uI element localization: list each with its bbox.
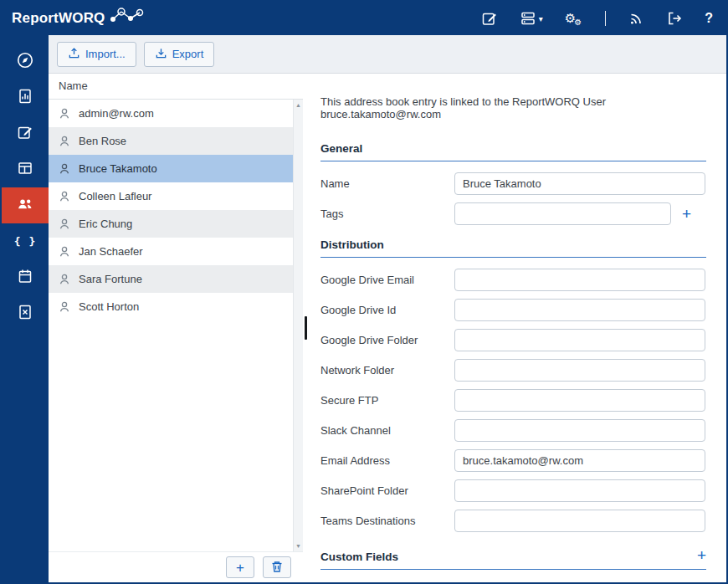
tags-input[interactable] [454,202,671,225]
field-row: Secure FTP [320,385,706,415]
users-icon [16,195,34,217]
teams-destinations-label: Teams Destinations [320,515,454,527]
google-drive-folder-input[interactable] [454,329,705,351]
scroll-down-icon[interactable]: ▼ [295,543,301,549]
distribution-fields: Google Drive Email Google Drive Id Googl… [320,264,706,535]
trash-icon [270,560,284,576]
google-drive-folder-label: Google Drive Folder [320,334,454,346]
export-button[interactable]: Export [144,42,215,67]
custom-fields-section-header: Custom Fields + [320,547,706,570]
list-item[interactable]: Ben Rose [49,127,293,155]
import-button-label: Import... [85,48,126,60]
import-button[interactable]: Import... [57,42,136,67]
list-item[interactable]: Colleen Lafleur [49,182,293,210]
person-icon [58,300,71,314]
sidebar-item-schedule[interactable] [2,259,49,295]
logo-molecule-icon [108,6,146,31]
panel-splitter[interactable] [303,74,309,582]
app-logo-text: ReportWORQ [12,10,105,27]
person-icon [58,190,71,203]
add-custom-field-button[interactable]: + [697,547,706,563]
slack-channel-label: Slack Channel [320,424,454,437]
distribution-section-title: Distribution [320,238,384,251]
splitter-handle[interactable] [305,316,307,340]
list-item[interactable]: Eric Chung [49,210,293,238]
sidebar-item-editor[interactable] [2,115,49,151]
tags-field-label: Tags [320,207,454,220]
network-folder-label: Network Folder [320,364,454,377]
field-row: Google Drive Folder [320,325,706,355]
teams-destinations-input[interactable] [454,510,705,532]
compose-icon [17,124,33,144]
sharepoint-folder-label: SharePoint Folder [320,484,454,497]
topbar-divider [605,11,606,26]
sidebar-item-files[interactable] [2,295,49,331]
report-document-icon [17,88,33,108]
list-item[interactable]: Jan Schaefer [49,238,293,265]
sidebar-item-reports[interactable] [2,79,49,115]
compass-icon [16,51,34,73]
field-row: Google Drive Email [320,264,706,295]
person-icon [58,218,71,231]
google-drive-email-label: Google Drive Email [320,274,454,286]
email-address-input[interactable] [454,449,705,472]
settings-gears-icon[interactable]: ⚙ ⚙ [565,11,583,26]
help-icon[interactable]: ? [705,11,713,26]
add-entry-button[interactable]: + [226,556,254,578]
person-icon [58,135,71,148]
list-item-label: Sara Fortune [79,273,142,285]
scroll-up-icon[interactable]: ▲ [295,102,301,108]
person-icon [58,273,71,286]
view-selector-icon[interactable]: ▾ [520,10,543,27]
list-item[interactable]: Scott Horton [49,293,293,320]
slack-channel-input[interactable] [454,419,705,442]
general-section-title: General [320,142,362,155]
sharepoint-folder-input[interactable] [454,479,705,502]
general-section-header: General [320,142,706,161]
network-folder-input[interactable] [454,359,705,382]
person-icon [58,107,71,120]
list-item-selected[interactable]: Bruce Takamoto [49,155,293,182]
secure-ftp-label: Secure FTP [320,394,454,407]
list-item[interactable]: admin@rw.com [49,100,293,127]
field-row: Network Folder [320,355,706,385]
google-drive-id-label: Google Drive Id [320,304,454,316]
sidebar-item-dashboard[interactable] [2,44,49,79]
list-item[interactable]: Sara Fortune [49,265,293,293]
person-icon [58,245,71,259]
braces-icon: { } [14,235,36,248]
topbar-actions: ▾ ⚙ ⚙ ? [481,10,713,27]
field-row: Name [320,168,706,198]
file-x-icon [17,304,33,324]
address-book-list-panel: Name admin@rw.com Ben Rose Bruce Taka [49,74,303,582]
toolbar: Import... Export [49,35,726,74]
delete-entry-button[interactable] [263,556,291,578]
custom-fields-section-title: Custom Fields [320,551,398,563]
name-field-label: Name [320,177,454,190]
name-input[interactable] [454,172,705,195]
plus-icon: + [236,561,244,575]
list-scrollbar[interactable]: ▲ ▼ [293,100,303,551]
field-row: Email Address [320,445,706,475]
field-row: Google Drive Id [320,295,706,325]
add-tag-button[interactable]: + [682,206,691,222]
address-book-list: admin@rw.com Ben Rose Bruce Takamoto [49,100,303,551]
list-item-label: Eric Chung [79,218,132,230]
export-button-label: Export [172,48,204,60]
feed-icon[interactable] [628,10,644,27]
sidebar-item-variables[interactable]: { } [2,223,49,259]
field-row: Tags + [320,198,706,228]
field-row: Teams Destinations [320,505,706,535]
google-drive-email-input[interactable] [454,269,705,291]
sidebar-item-address-book[interactable] [2,187,49,223]
sidebar-item-layouts[interactable] [2,151,49,187]
general-fields: Name Tags + [320,168,706,228]
linked-user-note: This address book entry is linked to the… [320,95,706,120]
secure-ftp-input[interactable] [454,389,705,412]
person-icon [58,162,71,176]
list-column-header: Name [49,74,303,100]
edit-note-icon[interactable] [481,10,498,27]
list-item-label: admin@rw.com [79,107,154,120]
logout-icon[interactable] [666,10,683,27]
google-drive-id-input[interactable] [454,299,705,321]
